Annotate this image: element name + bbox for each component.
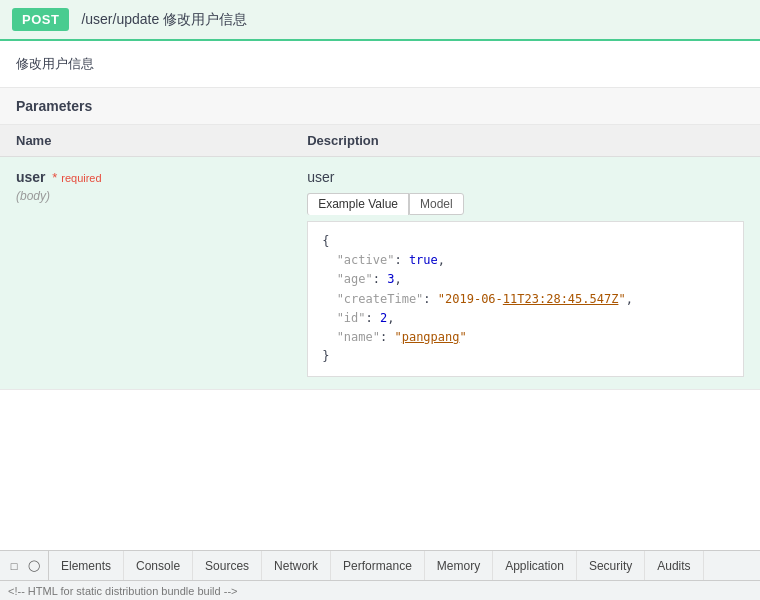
tab-memory[interactable]: Memory	[425, 551, 493, 580]
mobile-icon[interactable]: ◯	[26, 558, 42, 574]
parameters-header: Parameters	[0, 88, 760, 125]
json-block: { "active": true, "age": 3, "createTime"…	[307, 221, 744, 377]
status-bar: <!-- HTML for static distribution bundle…	[0, 580, 760, 600]
params-table-header: Name Description	[0, 125, 760, 157]
model-tab[interactable]: Model	[409, 193, 464, 215]
tab-sources[interactable]: Sources	[193, 551, 262, 580]
required-label: required	[61, 172, 101, 184]
required-star: *	[49, 170, 58, 185]
description-text: 修改用户信息	[16, 56, 94, 71]
method-badge: POST	[12, 8, 69, 31]
tab-audits[interactable]: Audits	[645, 551, 703, 580]
inspect-icon[interactable]: □	[6, 558, 22, 574]
tab-network[interactable]: Network	[262, 551, 331, 580]
param-location: (body)	[16, 189, 307, 203]
param-name: user	[16, 169, 46, 185]
endpoint-header: POST /user/update 修改用户信息	[0, 0, 760, 41]
devtools-icons: □ ◯	[0, 551, 49, 580]
status-text: <!-- HTML for static distribution bundle…	[8, 585, 237, 597]
description-section: 修改用户信息	[0, 41, 760, 88]
param-type: user	[307, 169, 744, 185]
param-row: user *required (body) user Example Value…	[0, 157, 760, 390]
example-tabs: Example Value Model	[307, 193, 744, 215]
devtools-bar: □ ◯ Elements Console Sources Network Per…	[0, 550, 760, 580]
example-value-tab[interactable]: Example Value	[307, 193, 409, 215]
param-desc-col: user Example Value Model { "active": tru…	[307, 169, 744, 377]
tab-application[interactable]: Application	[493, 551, 577, 580]
tab-elements[interactable]: Elements	[49, 551, 124, 580]
tab-security[interactable]: Security	[577, 551, 645, 580]
endpoint-path: /user/update 修改用户信息	[81, 11, 247, 29]
devtools-tabs: Elements Console Sources Network Perform…	[49, 551, 760, 580]
param-name-col: user *required (body)	[16, 169, 307, 203]
tab-console[interactable]: Console	[124, 551, 193, 580]
param-name-line: user *required	[16, 169, 307, 185]
parameters-section: Parameters Name Description user *requir…	[0, 88, 760, 390]
col-name-header: Name	[16, 133, 307, 148]
api-content: POST /user/update 修改用户信息 修改用户信息 Paramete…	[0, 0, 760, 550]
col-description-header: Description	[307, 133, 744, 148]
tab-performance[interactable]: Performance	[331, 551, 425, 580]
